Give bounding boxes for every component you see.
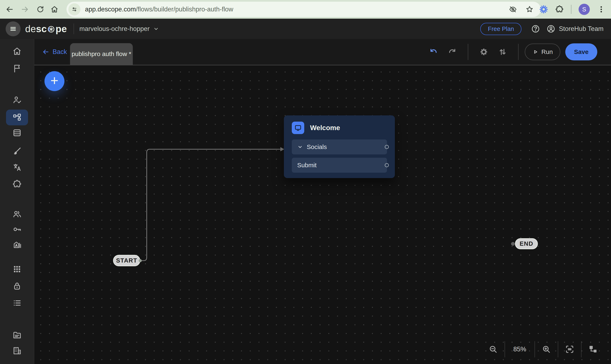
sidebar-item-localization[interactable] [6, 160, 28, 175]
play-icon [532, 49, 539, 55]
flow-edge [34, 66, 611, 364]
start-label: START [116, 257, 137, 264]
brush-icon [12, 146, 22, 156]
redo-button[interactable] [447, 47, 457, 57]
menu-button[interactable] [6, 21, 21, 36]
auto-layout-icon[interactable] [588, 344, 598, 354]
sidebar-item-applications[interactable] [6, 261, 28, 277]
flow-canvas[interactable]: + START Welcome Socials Submit [34, 66, 611, 364]
url-host: app.descope.com [85, 6, 136, 13]
team-name[interactable]: StoreHub Team [559, 25, 604, 33]
url-path: /flows/builder/publishpro-auth-flow [136, 6, 233, 13]
url-bar-actions [509, 5, 534, 13]
avatar-initial: S [582, 6, 586, 13]
home-icon [12, 47, 22, 56]
browser-back-button[interactable] [4, 3, 15, 15]
browser-home-button[interactable] [49, 3, 60, 15]
sidebar-item-connectors[interactable] [6, 176, 28, 192]
header-divider [74, 24, 74, 34]
site-settings-button[interactable] [68, 3, 81, 15]
audit-icon [12, 240, 22, 249]
puzzle-icon [12, 179, 22, 189]
node-row-socials[interactable]: Socials [292, 140, 387, 154]
account-button[interactable] [546, 24, 555, 33]
project-name: marvelous-ochre-hopper [79, 25, 150, 33]
sidebar-item-users[interactable] [6, 206, 28, 222]
chevron-down-icon [153, 26, 159, 32]
toolbar-divider [518, 44, 518, 60]
hamburger-icon [9, 25, 17, 33]
fit-view-icon[interactable] [565, 344, 574, 354]
sidebar-item-security[interactable] [6, 278, 28, 294]
translate-icon [12, 163, 22, 172]
account-icon [546, 24, 555, 33]
project-switcher[interactable]: marvelous-ochre-hopper [79, 25, 159, 33]
flow-settings-button[interactable] [479, 47, 489, 57]
eye-off-icon[interactable] [509, 5, 517, 13]
sidebar-item-project[interactable] [6, 327, 28, 343]
sidebar-item-access-keys[interactable] [6, 221, 28, 237]
zoom-out-icon[interactable] [488, 344, 498, 354]
zoom-level-label: 85% [512, 346, 528, 353]
list-icon [12, 298, 22, 308]
url-bar[interactable]: app.descope.com/flows/builder/publishpro… [67, 2, 541, 17]
browser-forward-button[interactable] [19, 3, 31, 15]
arrow-left-icon [5, 5, 14, 13]
toolbar-actions: Run Save [424, 39, 597, 65]
user-check-icon [12, 95, 22, 105]
sidebar-item-logs[interactable] [6, 295, 28, 311]
app-header: desc pe marvelous-ochre-hopper Free Plan… [0, 19, 611, 39]
help-button[interactable] [531, 24, 540, 33]
arrow-left-icon [42, 48, 49, 55]
run-button[interactable]: Run [525, 44, 560, 60]
sidebar-item-audit[interactable] [6, 237, 28, 252]
node-row-label: Socials [307, 143, 327, 150]
start-output-port[interactable] [139, 259, 142, 262]
run-label: Run [542, 48, 553, 55]
canvas-zoom-controls: 85% [488, 341, 598, 357]
browser-reload-button[interactable] [34, 3, 46, 15]
reorder-button[interactable] [498, 47, 507, 57]
undo-icon [429, 47, 438, 57]
sidebar-item-table-rows[interactable] [6, 125, 28, 141]
sidebar-item-styles[interactable] [6, 143, 28, 159]
sidebar-item-flows[interactable] [6, 110, 28, 125]
end-input-port[interactable] [511, 242, 515, 246]
descope-o-glyph-icon [47, 25, 55, 33]
node-row-submit[interactable]: Submit [292, 158, 387, 173]
welcome-node[interactable]: Welcome Socials Submit [284, 115, 395, 178]
zoom-in-icon[interactable] [542, 344, 551, 354]
browser-profile-avatar[interactable]: S [579, 4, 590, 15]
browser-toolbar-right: S [539, 0, 611, 19]
add-node-button[interactable]: + [44, 71, 64, 91]
free-plan-badge[interactable]: Free Plan [480, 23, 521, 35]
site-info-icon [71, 6, 78, 13]
undo-button[interactable] [429, 47, 438, 57]
users-icon [12, 209, 22, 219]
flows-icon [12, 113, 22, 122]
home-icon [50, 5, 59, 13]
save-button[interactable]: Save [565, 43, 597, 60]
extension-burst-icon[interactable] [539, 5, 548, 14]
sidebar-item-flag[interactable] [6, 61, 28, 76]
flow-tab[interactable]: publishpro auth flow * [70, 43, 133, 65]
submit-output-port[interactable] [385, 163, 389, 167]
browser-menu-icon[interactable] [597, 5, 606, 14]
help-icon [531, 24, 540, 33]
sidebar-item-user-check[interactable] [6, 92, 28, 108]
sidebar-item-tenants[interactable] [6, 343, 28, 359]
back-link[interactable]: Back [42, 39, 67, 65]
plus-icon: + [51, 74, 59, 87]
end-node[interactable]: END [515, 238, 538, 249]
socials-output-port[interactable] [385, 145, 389, 149]
start-node[interactable]: START [113, 255, 140, 266]
logo-text: de [25, 23, 36, 34]
node-row-label: Submit [297, 162, 317, 169]
sidebar-item-home[interactable] [6, 43, 28, 59]
zoombar-divider [505, 341, 505, 357]
extensions-puzzle-icon[interactable] [555, 5, 564, 14]
zoombar-divider [535, 341, 535, 357]
flow-tab-title: publishpro auth flow * [72, 51, 131, 57]
bookmark-star-icon[interactable] [525, 5, 534, 13]
reload-icon [36, 5, 44, 13]
